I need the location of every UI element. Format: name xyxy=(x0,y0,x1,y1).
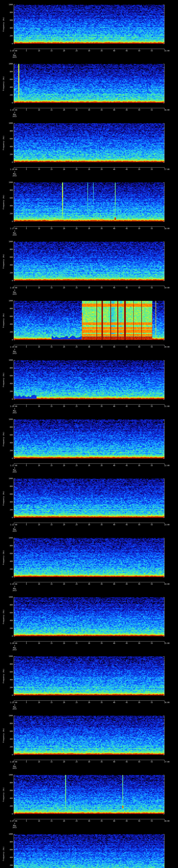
y-tick-label: 800 xyxy=(0,367,13,369)
x-minute-tick-label: 5 xyxy=(26,109,27,111)
y-tick-label: 0 xyxy=(0,398,13,400)
spectrogram-panel: Frequency (Hz) 020040060080010001:24:005… xyxy=(0,592,178,652)
x-date-month-label: May xyxy=(13,528,16,530)
x-date-day-label: 3 xyxy=(14,349,15,350)
x-minute-tick-label: 5 xyxy=(26,702,27,704)
x-date-year-label: 2015 xyxy=(12,175,17,177)
x-minute-tick-label: 45 xyxy=(126,761,128,763)
x-start-time-label: 1:27:00 xyxy=(10,820,17,822)
x-minute-tick-label: 15 xyxy=(51,465,53,466)
y-tick-label: 800 xyxy=(0,249,13,250)
y-tick-label: 800 xyxy=(0,71,13,72)
x-start-time-label: 1:18:00 xyxy=(10,287,17,289)
x-date-day-label: 3 xyxy=(14,586,15,588)
y-tick-label: 1000 xyxy=(0,359,13,361)
x-minute-tick-label: 55 xyxy=(151,406,153,407)
x-minute-tick-label: 30 xyxy=(88,346,90,348)
y-tick-label: 600 xyxy=(0,790,13,792)
x-date-year-label: 2015 xyxy=(12,649,17,651)
x-minute-tick-label: 5 xyxy=(26,346,27,348)
y-tick-label: 800 xyxy=(0,189,13,191)
y-tick-label: 400 xyxy=(0,442,13,444)
y-tick-label: 1000 xyxy=(0,715,13,717)
x-date-month-label: May xyxy=(13,232,16,234)
y-tick-label: 400 xyxy=(0,798,13,799)
x-date-year-label: 2015 xyxy=(12,412,17,414)
y-tick-label: 0 xyxy=(0,754,13,756)
x-date-year-label: 2015 xyxy=(12,590,17,591)
x-minute-tick-label: 55 xyxy=(151,820,153,822)
x-minute-tick-label: 40 xyxy=(113,643,115,644)
x-end-time-label: 18:00 xyxy=(164,228,170,229)
x-start-time-label: 1:20:00 xyxy=(10,406,17,407)
y-tick-label: 600 xyxy=(0,434,13,436)
x-minute-tick-label: 5 xyxy=(26,50,27,52)
y-tick-label: 600 xyxy=(0,375,13,377)
y-tick-label: 200 xyxy=(0,865,13,866)
x-minute-tick-label: 15 xyxy=(51,524,53,526)
x-date-day-label: 3 xyxy=(14,171,15,173)
y-tick-label: 0 xyxy=(0,43,13,44)
y-axis-title: Frequency (Hz) xyxy=(3,491,4,505)
x-minute-tick-label: 15 xyxy=(51,702,53,704)
x-date-year-label: 2015 xyxy=(12,530,17,532)
x-date-year-label: 2015 xyxy=(12,234,17,236)
x-minute-tick-label: 35 xyxy=(101,643,103,644)
x-minute-tick-label: 40 xyxy=(113,50,115,52)
spectrogram-panel: Frequency (Hz) 020040060080010001:16:005… xyxy=(0,119,178,178)
x-minute-tick-label: 45 xyxy=(126,109,128,111)
x-minute-tick-label: 5 xyxy=(26,524,27,526)
y-tick-label: 800 xyxy=(0,130,13,132)
y-tick-label: 600 xyxy=(0,20,13,21)
x-date-year-label: 2015 xyxy=(12,293,17,295)
y-tick-label: 400 xyxy=(0,146,13,148)
spectrogram-panel: Frequency (Hz) 020040060080010001:18:005… xyxy=(0,237,178,296)
x-minute-tick-label: 25 xyxy=(76,702,78,704)
x-date-month-label: May xyxy=(13,706,16,708)
x-minute-tick-label: 10 xyxy=(38,702,40,704)
spectrogram-figure: Frequency (Hz) 020040060080010001:14:005… xyxy=(0,0,178,868)
x-minute-tick-label: 25 xyxy=(76,820,78,822)
x-minute-tick-label: 10 xyxy=(38,406,40,407)
x-minute-tick-label: 40 xyxy=(113,524,115,526)
x-minute-tick-label: 25 xyxy=(76,583,78,585)
x-minute-tick-label: 10 xyxy=(38,524,40,526)
x-minute-tick-label: 5 xyxy=(26,168,27,170)
y-axis-title: Frequency (Hz) xyxy=(3,609,4,624)
x-minute-tick-label: 25 xyxy=(76,109,78,111)
x-minute-tick-label: 20 xyxy=(63,702,65,704)
x-minute-tick-label: 30 xyxy=(88,168,90,170)
y-axis-title: Frequency (Hz) xyxy=(3,195,4,209)
x-date-month-label: May xyxy=(13,114,16,116)
x-date-month-label: May xyxy=(13,647,16,649)
spectrogram-panel: Frequency (Hz) 020040060080010001:20:005… xyxy=(0,355,178,415)
x-end-time-label: 25:00 xyxy=(164,643,170,644)
x-minute-tick-label: 35 xyxy=(101,109,103,111)
y-tick-label: 0 xyxy=(0,102,13,104)
y-tick-label: 200 xyxy=(0,213,13,215)
x-minute-tick-label: 20 xyxy=(63,820,65,822)
spectrogram-panel: Frequency (Hz) 020040060080010001:23:005… xyxy=(0,533,178,593)
x-minute-tick-label: 5 xyxy=(26,406,27,407)
x-date-month-label: May xyxy=(13,825,16,827)
y-axis-title: Frequency (Hz) xyxy=(3,372,4,387)
x-minute-tick-label: 30 xyxy=(88,465,90,466)
x-date-day-label: 3 xyxy=(14,408,15,410)
x-minute-tick-label: 30 xyxy=(88,583,90,585)
spectrogram-panel: Frequency (Hz) 020040060080010001:27:005… xyxy=(0,770,178,830)
y-axis-title: Frequency (Hz) xyxy=(3,669,4,683)
x-minute-tick-label: 45 xyxy=(126,50,128,52)
x-minute-tick-label: 30 xyxy=(88,228,90,229)
y-tick-label: 0 xyxy=(0,517,13,519)
x-minute-tick-label: 55 xyxy=(151,50,153,52)
x-date-day-label: 3 xyxy=(14,467,15,469)
x-minute-tick-label: 45 xyxy=(126,406,128,407)
y-tick-label: 400 xyxy=(0,738,13,740)
x-minute-tick-label: 10 xyxy=(38,287,40,289)
x-minute-tick-label: 10 xyxy=(38,761,40,763)
x-minute-tick-label: 20 xyxy=(63,465,65,466)
x-date-day-label: 3 xyxy=(14,704,15,706)
x-minute-tick-label: 55 xyxy=(151,168,153,170)
x-minute-tick-label: 5 xyxy=(26,761,27,763)
x-start-time-label: 1:21:00 xyxy=(10,465,17,466)
